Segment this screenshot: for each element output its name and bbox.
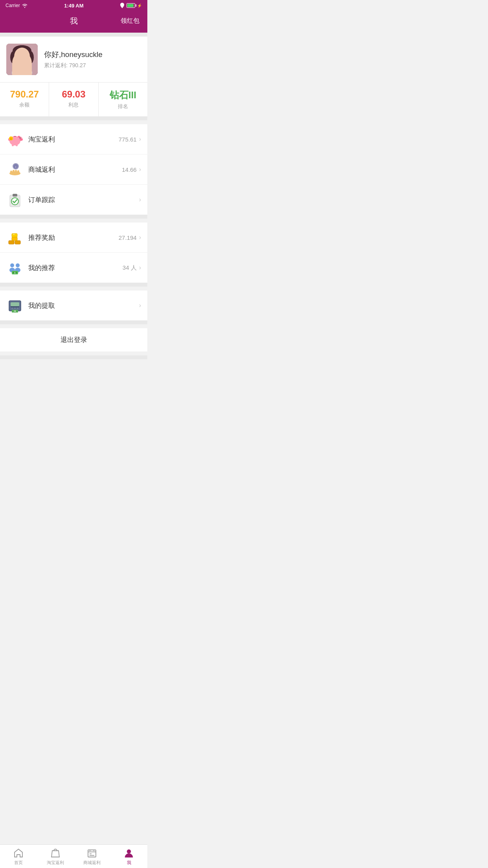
referral-icon: $: [6, 259, 24, 276]
bolt-icon: ⚡: [137, 4, 142, 8]
svg-rect-57: [11, 306, 19, 307]
svg-point-46: [16, 263, 20, 267]
stats-row: 790.27 余额 69.03 利息 钻石III 排名: [0, 82, 147, 116]
svg-text:¥: ¥: [11, 138, 12, 140]
taobao-rebate-item[interactable]: ¥ 淘宝返利 775.61 ›: [0, 124, 147, 154]
profile-rebate: 累计返利: 790.27: [44, 62, 141, 69]
svg-rect-18: [12, 144, 14, 146]
mall-rebate-chevron: ›: [139, 166, 141, 173]
withdrawal-icon: $$$: [6, 297, 24, 314]
svg-rect-40: [12, 237, 17, 241]
svg-rect-28: [10, 171, 12, 173]
reward-icon: [6, 229, 24, 246]
svg-point-9: [18, 56, 20, 58]
svg-rect-6: [20, 64, 24, 70]
stat-rank[interactable]: 钻石III 排名: [99, 83, 147, 116]
taobao-rebate-label: 淘宝返利: [28, 135, 119, 144]
battery-fill: [127, 4, 134, 7]
status-indicators: ⚡: [120, 3, 142, 8]
logout-button[interactable]: 退出登录: [0, 328, 147, 351]
my-referral-label: 我的推荐: [28, 263, 123, 272]
svg-point-54: [12, 308, 13, 309]
taobao-rebate-chevron: ›: [139, 136, 141, 143]
mall-rebate-value: 14.66: [122, 166, 137, 173]
status-bar: Carrier 1:49 AM ⚡: [0, 0, 147, 11]
my-referral-chevron: ›: [139, 264, 141, 271]
svg-text:$: $: [15, 272, 16, 274]
svg-point-44: [10, 263, 14, 267]
my-withdrawal-label: 我的提取: [28, 301, 137, 310]
svg-rect-16: [14, 136, 16, 137]
mall-rebate-label: 商城返利: [28, 165, 122, 174]
referral-reward-value: 27.194: [119, 234, 137, 241]
menu-group-3: $$$ 我的提取 ›: [0, 291, 147, 320]
svg-rect-34: [13, 194, 17, 197]
svg-point-10: [24, 56, 26, 58]
divider-5: [0, 355, 147, 359]
my-withdrawal-item[interactable]: $$$ 我的提取 ›: [0, 291, 147, 320]
svg-point-8: [13, 58, 20, 64]
svg-rect-53: [11, 302, 19, 306]
mall-icon: i: [6, 161, 24, 178]
my-referral-item[interactable]: $ 我的推荐 34 人 ›: [0, 253, 147, 283]
referral-reward-item[interactable]: 推荐奖励 27.194 ›: [0, 223, 147, 253]
my-referral-value: 34 人: [123, 264, 137, 272]
carrier-label: Carrier: [6, 3, 20, 8]
page-header: 我 领红包: [0, 11, 147, 33]
avatar[interactable]: [6, 44, 38, 75]
referral-reward-chevron: ›: [139, 234, 141, 241]
svg-point-2: [15, 50, 29, 66]
status-time: 1:49 AM: [64, 3, 83, 9]
profile-info: 你好,honeysuckle 累计返利: 790.27: [44, 50, 141, 69]
svg-point-5: [28, 51, 34, 64]
battery-indicator: [127, 3, 135, 8]
wifi-icon: [22, 3, 28, 8]
order-tracking-label: 订单跟踪: [28, 195, 137, 204]
profile-name: 你好,honeysuckle: [44, 50, 141, 60]
svg-point-55: [15, 308, 16, 309]
svg-rect-30: [15, 170, 17, 173]
referral-reward-label: 推荐奖励: [28, 233, 119, 242]
taobao-rebate-value: 775.61: [119, 136, 137, 143]
mall-rebate-item[interactable]: i 商城返利 14.66 ›: [0, 154, 147, 185]
svg-rect-19: [16, 144, 18, 146]
balance-value: 790.27: [3, 89, 46, 100]
order-icon: [6, 191, 24, 208]
svg-rect-29: [13, 170, 15, 173]
menu-group-2: 推荐奖励 27.194 › $: [0, 223, 147, 283]
piggy-icon: ¥: [6, 131, 24, 148]
balance-label: 余额: [3, 101, 46, 108]
svg-rect-38: [15, 241, 20, 244]
svg-point-4: [10, 51, 17, 64]
interest-label: 利息: [52, 101, 95, 108]
svg-text:$$$: $$$: [14, 310, 17, 312]
stat-interest[interactable]: 69.03 利息: [49, 83, 98, 116]
logout-section: 退出登录: [0, 328, 147, 351]
red-packet-button[interactable]: 领红包: [121, 17, 139, 25]
divider-3: [0, 283, 147, 287]
top-divider: [0, 33, 147, 37]
svg-point-13: [20, 138, 23, 141]
my-withdrawal-chevron: ›: [139, 302, 141, 309]
order-tracking-item[interactable]: 订单跟踪 ›: [0, 185, 147, 215]
rank-label: 排名: [102, 103, 144, 110]
svg-point-56: [17, 308, 18, 309]
stat-balance[interactable]: 790.27 余额: [0, 83, 49, 116]
order-tracking-chevron: ›: [139, 196, 141, 203]
svg-point-14: [18, 136, 20, 138]
divider-2: [0, 215, 147, 219]
rank-value: 钻石III: [102, 89, 144, 101]
svg-point-15: [20, 138, 20, 138]
interest-value: 69.03: [52, 89, 95, 100]
svg-rect-36: [9, 241, 14, 244]
carrier-info: Carrier: [6, 3, 28, 8]
avatar-image: [6, 44, 38, 75]
svg-rect-31: [17, 170, 19, 173]
page-title: 我: [70, 16, 78, 26]
profile-section: 你好,honeysuckle 累计返利: 790.27: [0, 37, 147, 82]
location-icon: [120, 3, 125, 8]
divider-1: [0, 116, 147, 120]
menu-group-1: ¥ 淘宝返利 775.61 › i: [0, 124, 147, 215]
svg-point-7: [12, 66, 32, 75]
divider-4: [0, 320, 147, 324]
